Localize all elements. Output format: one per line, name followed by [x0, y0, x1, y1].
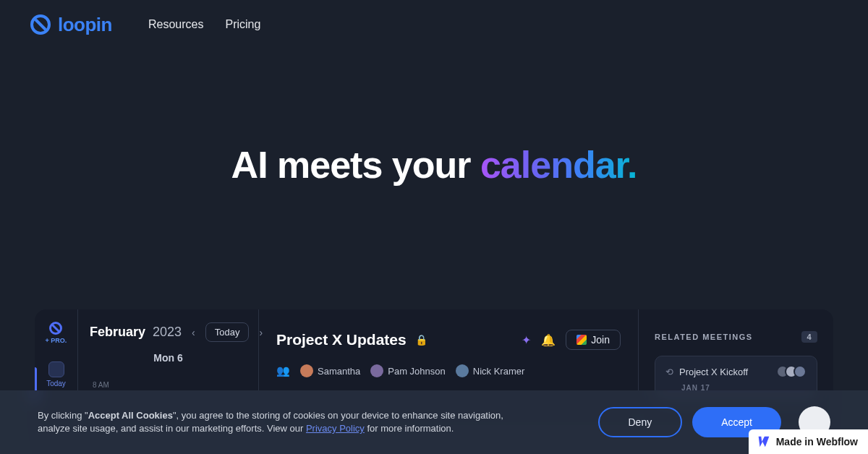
logo-text: loopin — [58, 14, 112, 36]
logo-icon — [29, 13, 52, 36]
meeting-actions: ✦ 🔔 Join — [522, 330, 621, 350]
hero-prefix: AI meets your — [231, 144, 480, 186]
join-label: Join — [591, 334, 610, 346]
attendee-name: Samantha — [318, 366, 360, 377]
nav-pricing[interactable]: Pricing — [225, 18, 260, 31]
avatar-icon — [456, 364, 469, 377]
pro-label: + PRO. — [46, 337, 67, 344]
hero-highlight: calendar. — [480, 144, 637, 186]
join-button[interactable]: Join — [566, 330, 621, 350]
chevron-left-icon[interactable]: ‹ — [189, 327, 198, 338]
related-header: RELATED MEETINGS 4 — [655, 331, 817, 343]
related-card-row: ⟲ Project X Kickoff — [665, 365, 807, 378]
meet-icon — [576, 335, 587, 345]
cookie-suffix: for more information. — [365, 423, 454, 434]
chevron-right-icon[interactable]: › — [256, 327, 265, 338]
attendee[interactable]: Pam Johnson — [370, 364, 446, 377]
calendar-day-header: Mon 6 — [90, 352, 247, 364]
hero: AI meets your calendar. — [0, 143, 868, 187]
mini-avatars — [780, 365, 807, 378]
bell-icon[interactable]: 🔔 — [541, 333, 556, 347]
lock-icon: 🔒 — [415, 334, 427, 346]
related-title: RELATED MEETINGS — [655, 333, 753, 341]
attendee-name: Pam Johnson — [388, 366, 446, 377]
attendee[interactable]: Nick Kramer — [456, 364, 525, 377]
calendar-year: 2023 — [153, 325, 182, 340]
cookie-banner: By clicking "Accept All Cookies", you ag… — [0, 390, 868, 454]
attendee[interactable]: Samantha — [300, 364, 360, 377]
webflow-text: Made in Webflow — [776, 436, 858, 447]
webflow-badge[interactable]: Made in Webflow — [749, 429, 868, 454]
sync-icon: ⟲ — [665, 367, 673, 377]
attendee-name: Nick Kramer — [473, 366, 525, 377]
calendar-header: February 2023 ‹ Today › — [90, 322, 247, 342]
today-label: Today — [46, 380, 66, 387]
calendar-month: February — [90, 325, 145, 340]
nav-resources[interactable]: Resources — [148, 18, 203, 31]
cookie-bold: Accept All Cookies — [88, 410, 173, 421]
deny-button[interactable]: Deny — [598, 407, 683, 437]
attendees-row: 👥 Samantha Pam Johnson Nick Kramer — [276, 364, 621, 377]
related-item-title: Project X Kickoff — [679, 367, 748, 377]
sparkle-icon[interactable]: ✦ — [522, 333, 531, 347]
today-button[interactable]: Today — [205, 322, 250, 342]
avatar-icon — [300, 364, 313, 377]
calendar-icon — [48, 361, 64, 377]
sidebar-today[interactable]: Today — [46, 361, 66, 387]
meeting-title-row: Project X Updates 🔒 ✦ 🔔 Join — [276, 330, 621, 350]
cookie-text: By clicking "Accept All Cookies", you ag… — [38, 409, 515, 435]
hero-title: AI meets your calendar. — [0, 143, 868, 187]
calendar-hour-label: 8 AM — [93, 381, 247, 389]
related-count: 4 — [801, 331, 817, 343]
avatar-icon — [370, 364, 383, 377]
cookie-prefix: By clicking " — [38, 410, 88, 421]
nav: Resources Pricing — [148, 18, 260, 31]
people-icon: 👥 — [276, 364, 290, 377]
privacy-link[interactable]: Privacy Policy — [306, 423, 365, 434]
meeting-title: Project X Updates — [276, 331, 407, 348]
site-header: loopin Resources Pricing — [0, 0, 868, 49]
pro-badge[interactable]: + PRO. — [46, 320, 67, 344]
logo[interactable]: loopin — [29, 13, 112, 36]
